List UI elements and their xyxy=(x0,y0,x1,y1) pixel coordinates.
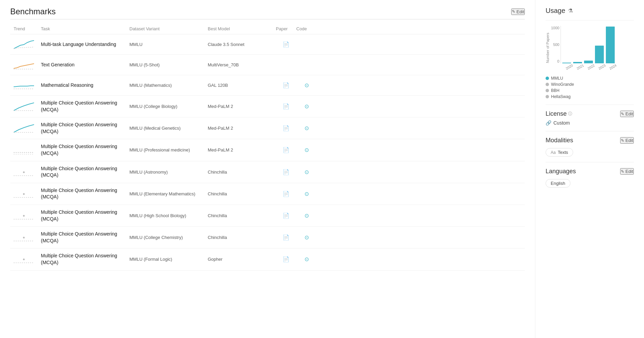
paper-icon[interactable]: 📄 xyxy=(283,147,289,153)
dataset-variant: MMLU (Mathematics) xyxy=(129,83,208,88)
svg-point-3 xyxy=(23,237,25,239)
dataset-variant: MMLU (Astronomy) xyxy=(129,170,208,175)
paper-icon[interactable]: 📄 xyxy=(283,103,289,110)
col-code: Code xyxy=(296,26,317,31)
github-icon[interactable]: ⊙ xyxy=(304,234,309,241)
col-task: Task xyxy=(41,26,129,31)
best-model: Chinchilla xyxy=(208,191,276,196)
paper-icon[interactable]: 📄 xyxy=(283,169,289,175)
trend-sparkline xyxy=(14,79,41,91)
license-edit-button[interactable]: ✎ Edit xyxy=(620,111,634,117)
code-cell: ⊙ xyxy=(296,82,317,88)
modalities-edit-button[interactable]: ✎ Edit xyxy=(620,137,634,144)
table-row: Multiple Choice Question Answering (MCQA… xyxy=(10,227,525,248)
language-english-label: English xyxy=(551,181,565,186)
github-icon[interactable]: ⊙ xyxy=(304,82,309,88)
col-dataset: Dataset Variant xyxy=(129,26,208,31)
col-bestmodel: Best Model xyxy=(208,26,276,31)
table-row: Multiple Choice Question Answering (MCQA… xyxy=(10,248,525,270)
languages-title: Languages xyxy=(546,168,576,175)
github-icon[interactable]: ⊙ xyxy=(304,147,309,153)
github-icon[interactable]: ⊙ xyxy=(304,103,309,110)
dataset-variant: MMLU (Elementary Mathematics) xyxy=(129,191,208,196)
task-name[interactable]: Multiple Choice Question Answering (MCQA… xyxy=(41,143,129,157)
svg-point-0 xyxy=(23,171,25,173)
paper-cell: 📄 xyxy=(276,212,296,219)
flask-icon: ⚗ xyxy=(568,7,573,14)
task-name[interactable]: Multi-task Language Understanding xyxy=(41,41,129,48)
dataset-variant: MMLU (Medical Genetics) xyxy=(129,126,208,131)
x-axis-labels: 2020 2021 2022 2023 2024 xyxy=(564,63,634,69)
legend-label-bbh: BBH xyxy=(551,88,560,93)
modalities-section-header: Modalities ✎ Edit xyxy=(546,137,634,144)
chart-legend: MMLU WinoGrande BBH HellaSwag xyxy=(546,76,634,99)
best-model: GAL 120B xyxy=(208,83,276,88)
task-name[interactable]: Multiple Choice Question Answering (MCQA… xyxy=(41,231,129,244)
best-model: Med-PaLM 2 xyxy=(208,126,276,131)
paper-cell: 📄 xyxy=(276,125,296,131)
paper-cell: 📄 xyxy=(276,147,296,153)
github-icon[interactable]: ⊙ xyxy=(304,125,309,131)
paper-cell: 📄 xyxy=(276,191,296,197)
github-icon[interactable]: ⊙ xyxy=(304,169,309,175)
paper-icon[interactable]: 📄 xyxy=(283,41,289,48)
license-divider xyxy=(546,104,634,105)
table-row: Multi-task Language Understanding MMLU C… xyxy=(10,34,525,55)
usage-divider xyxy=(546,20,634,20)
github-icon[interactable]: ⊙ xyxy=(304,212,309,219)
github-icon[interactable]: ⊙ xyxy=(304,256,309,262)
bar-2022 xyxy=(584,61,593,63)
dataset-variant: MMLU (Professional medicine) xyxy=(129,147,208,152)
table-row: Mathematical Reasoning MMLU (Mathematics… xyxy=(10,75,525,96)
languages-edit-icon: ✎ xyxy=(621,169,624,174)
paper-cell: 📄 xyxy=(276,41,296,48)
best-model: Chinchilla xyxy=(208,213,276,218)
code-cell: ⊙ xyxy=(296,103,317,110)
trend-sparkline xyxy=(14,122,41,134)
license-edit-icon: ✎ xyxy=(621,112,624,116)
table-row: Multiple Choice Question Answering (MCQA… xyxy=(10,96,525,117)
paper-cell: 📄 xyxy=(276,82,296,88)
table-row: Multiple Choice Question Answering (MCQA… xyxy=(10,117,525,139)
paper-icon[interactable]: 📄 xyxy=(283,212,289,219)
edit-icon: ✎ xyxy=(512,9,515,14)
task-name[interactable]: Multiple Choice Question Answering (MCQA… xyxy=(41,187,129,200)
legend-dot-hellaswag xyxy=(546,95,549,98)
code-cell: ⊙ xyxy=(296,147,317,153)
languages-edit-button[interactable]: ✎ Edit xyxy=(620,168,634,175)
paper-icon[interactable]: 📄 xyxy=(283,234,289,241)
legend-dot-bbh xyxy=(546,89,549,92)
paper-icon[interactable]: 📄 xyxy=(283,256,289,262)
task-name[interactable]: Multiple Choice Question Answering (MCQA… xyxy=(41,100,129,113)
usage-chart: Number of Papers 1000 500 0 xyxy=(546,26,634,99)
modalities-title: Modalities xyxy=(546,137,573,144)
trend-sparkline xyxy=(14,188,41,200)
trend-sparkline xyxy=(14,144,41,156)
task-name[interactable]: Multiple Choice Question Answering (MCQA… xyxy=(41,165,129,179)
trend-sparkline xyxy=(14,100,41,112)
bar-2024 xyxy=(606,27,615,63)
svg-point-1 xyxy=(23,193,25,195)
bars-area xyxy=(561,26,615,63)
bar-2023 xyxy=(595,46,604,63)
benchmarks-edit-button[interactable]: ✎ Edit xyxy=(511,9,525,15)
modality-texts-label: Texts xyxy=(558,150,568,155)
languages-divider xyxy=(546,162,634,162)
paper-icon[interactable]: 📄 xyxy=(283,82,289,88)
modalities-divider xyxy=(546,131,634,131)
code-cell: ⊙ xyxy=(296,256,317,262)
license-section-header: License ⓘ ✎ Edit xyxy=(546,110,634,117)
task-name[interactable]: Text Generation xyxy=(41,62,129,68)
trend-sparkline xyxy=(14,166,41,178)
col-trend: Trend xyxy=(14,26,41,31)
y-axis-values: 1000 500 0 xyxy=(551,26,561,63)
task-name[interactable]: Multiple Choice Question Answering (MCQA… xyxy=(41,122,129,135)
paper-icon[interactable]: 📄 xyxy=(283,191,289,197)
paper-icon[interactable]: 📄 xyxy=(283,125,289,131)
task-name[interactable]: Multiple Choice Question Answering (MCQA… xyxy=(41,209,129,222)
trend-sparkline xyxy=(14,231,41,243)
github-icon[interactable]: ⊙ xyxy=(304,191,309,197)
task-name[interactable]: Multiple Choice Question Answering (MCQA… xyxy=(41,253,129,266)
task-name[interactable]: Mathematical Reasoning xyxy=(41,82,129,89)
col-paper: Paper xyxy=(276,26,296,31)
